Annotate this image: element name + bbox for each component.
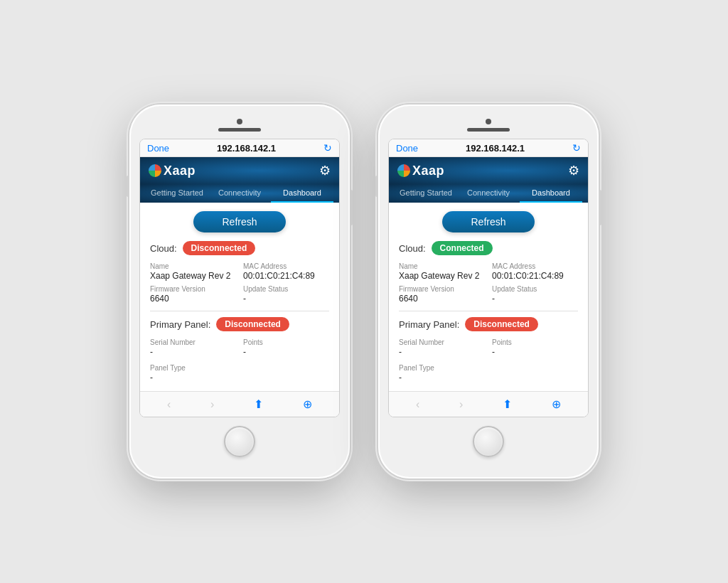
xaap-logo-text: Xaap (164, 164, 196, 178)
panel-row-left: Primary Panel: Disconnected (150, 317, 329, 331)
name-cell-left: Name Xaap Gateway Rev 2 (150, 262, 236, 281)
panel-type-label-left: Panel Type (150, 364, 329, 372)
update-label-left: Update Status (243, 285, 329, 293)
camera-dot (237, 119, 242, 124)
forward-icon-right[interactable]: › (459, 398, 463, 411)
panel-type-value-left: - (150, 373, 329, 383)
name-value-right: Xaap Gateway Rev 2 (399, 271, 485, 281)
mac-cell-left: MAC Address 00:01:C0:21:C4:89 (243, 262, 329, 281)
points-cell-right: Points - (492, 338, 578, 357)
serial-cell-left: Serial Number - (150, 338, 236, 357)
mac-cell-right: MAC Address 00:01:C0:21:C4:89 (492, 262, 578, 281)
compass-icon-right[interactable]: ⊕ (552, 397, 561, 411)
firmware-cell-left: Firmware Version 6640 (150, 285, 236, 304)
tab-bar-left: Getting Started Connectivity Dashboard (140, 184, 339, 203)
phone-screen-left: Done 192.168.142.1 ↻ Xaap ⚙ Getting Star… (139, 139, 340, 417)
refresh-button-left[interactable]: Refresh (193, 211, 285, 232)
points-label-right: Points (492, 338, 578, 346)
tab-dashboard-right[interactable]: Dashboard (520, 184, 582, 203)
mac-label-left: MAC Address (243, 262, 329, 270)
cloud-row-right: Cloud: Connected (399, 241, 578, 255)
mac-value-left: 00:01:C0:21:C4:89 (243, 271, 329, 281)
update-cell-right: Update Status - (492, 285, 578, 304)
panel-label-right: Primary Panel: (399, 319, 459, 330)
camera-dot-right (486, 119, 491, 124)
tab-connectivity-left[interactable]: Connectivity (208, 184, 271, 203)
speaker-bar (218, 128, 261, 132)
tab-getting-started-right[interactable]: Getting Started (395, 184, 457, 203)
refresh-icon-right[interactable]: ↻ (572, 142, 581, 154)
firmware-cell-right: Firmware Version 6640 (399, 285, 485, 304)
serial-value-left: - (150, 347, 236, 357)
forward-icon-left[interactable]: › (210, 398, 214, 411)
name-cell-right: Name Xaap Gateway Rev 2 (399, 262, 485, 281)
xaap-logo-left: Xaap (149, 164, 196, 178)
status-bar-right: Done 192.168.142.1 ↻ (389, 139, 588, 157)
serial-label-left: Serial Number (150, 338, 236, 346)
xaap-circle-icon-right (397, 164, 410, 177)
points-label-left: Points (243, 338, 329, 346)
tab-getting-started-left[interactable]: Getting Started (146, 184, 208, 203)
serial-label-right: Serial Number (399, 338, 485, 346)
panel-info-right: Serial Number - Points - (399, 338, 578, 357)
xaap-circle-icon (149, 164, 161, 177)
panel-label-left: Primary Panel: (150, 319, 210, 330)
back-icon-right[interactable]: ‹ (416, 398, 419, 411)
firmware-label-right: Firmware Version (399, 285, 485, 293)
serial-cell-right: Serial Number - (399, 338, 485, 357)
tab-dashboard-left[interactable]: Dashboard (271, 184, 333, 203)
home-button-right[interactable] (473, 426, 504, 457)
phone-top-right (388, 119, 589, 132)
dashboard-left: Refresh Cloud: Disconnected Name Xaap Ga… (140, 203, 339, 391)
cloud-row-left: Cloud: Disconnected (150, 241, 329, 255)
url-left: 192.168.142.1 (217, 143, 276, 154)
phone-screen-right: Done 192.168.142.1 ↻ Xaap ⚙ Getting Star… (388, 139, 589, 417)
update-value-left: - (243, 294, 329, 304)
phone-right: Done 192.168.142.1 ↻ Xaap ⚙ Getting Star… (378, 105, 599, 478)
panel-type-cell-left: Panel Type - (150, 364, 329, 383)
name-label-right: Name (399, 262, 485, 270)
phone-left: Done 192.168.142.1 ↻ Xaap ⚙ Getting Star… (129, 105, 350, 478)
device-info-right: Name Xaap Gateway Rev 2 MAC Address 00:0… (399, 262, 578, 304)
done-button-left[interactable]: Done (147, 143, 169, 154)
status-bar-left: Done 192.168.142.1 ↻ (140, 139, 339, 157)
mac-label-right: MAC Address (492, 262, 578, 270)
share-icon-right[interactable]: ⬆ (503, 397, 512, 411)
page-wrapper: Done 192.168.142.1 ↻ Xaap ⚙ Getting Star… (108, 83, 620, 500)
dashboard-right: Refresh Cloud: Connected Name Xaap Gatew… (389, 203, 588, 391)
cloud-label-left: Cloud: (150, 243, 177, 254)
cloud-status-badge-right: Connected (432, 241, 493, 255)
tab-connectivity-right[interactable]: Connectivity (457, 184, 520, 203)
mac-value-right: 00:01:C0:21:C4:89 (492, 271, 578, 281)
xaap-logo-right: Xaap (397, 164, 444, 178)
refresh-button-right[interactable]: Refresh (442, 211, 534, 232)
back-icon-left[interactable]: ‹ (167, 398, 171, 411)
name-label-left: Name (150, 262, 236, 270)
divider-1-right (399, 311, 578, 311)
refresh-icon-left[interactable]: ↻ (323, 142, 332, 154)
phone-bottom-left (139, 426, 340, 457)
gear-icon-left[interactable]: ⚙ (319, 163, 331, 178)
xaap-logo-text-right: Xaap (412, 164, 444, 178)
divider-1-left (150, 311, 329, 311)
cloud-status-badge-left: Disconnected (183, 241, 256, 255)
panel-type-cell-right: Panel Type - (399, 364, 578, 383)
cloud-label-right: Cloud: (399, 243, 426, 254)
home-button-left[interactable] (224, 426, 255, 457)
device-info-left: Name Xaap Gateway Rev 2 MAC Address 00:0… (150, 262, 329, 304)
panel-row-right: Primary Panel: Disconnected (399, 317, 578, 331)
compass-icon-left[interactable]: ⊕ (303, 397, 312, 411)
browser-bar-left: ‹ › ⬆ ⊕ (140, 391, 339, 417)
gear-icon-right[interactable]: ⚙ (568, 163, 579, 178)
panel-type-label-right: Panel Type (399, 364, 578, 372)
serial-value-right: - (399, 347, 485, 357)
points-value-left: - (243, 347, 329, 357)
phone-top-left (139, 119, 340, 132)
firmware-value-right: 6640 (399, 294, 485, 304)
done-button-right[interactable]: Done (396, 143, 418, 154)
update-label-right: Update Status (492, 285, 578, 293)
panel-status-badge-left: Disconnected (216, 317, 289, 331)
points-cell-left: Points - (243, 338, 329, 357)
name-value-left: Xaap Gateway Rev 2 (150, 271, 236, 281)
share-icon-left[interactable]: ⬆ (254, 397, 263, 411)
